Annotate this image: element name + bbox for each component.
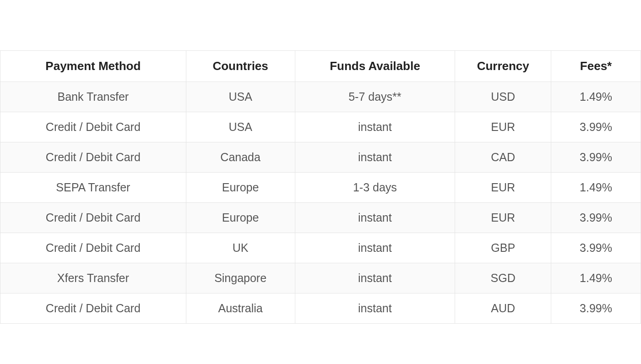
table-row: Credit / Debit Card Europe instant EUR 3…	[0, 203, 641, 233]
table-row: Bank Transfer USA 5-7 days** USD 1.49%	[0, 82, 641, 112]
cell-countries: USA	[186, 82, 295, 112]
cell-payment-method: Credit / Debit Card	[0, 293, 186, 324]
cell-funds-available: instant	[295, 293, 455, 324]
cell-currency: EUR	[455, 112, 551, 142]
cell-countries: UK	[186, 233, 295, 263]
cell-payment-method: Credit / Debit Card	[0, 142, 186, 173]
cell-countries: Australia	[186, 293, 295, 324]
cell-fees: 1.49%	[551, 263, 641, 293]
col-header-countries: Countries	[186, 51, 295, 82]
cell-countries: Canada	[186, 142, 295, 173]
cell-funds-available: instant	[295, 112, 455, 142]
col-header-fees: Fees*	[551, 51, 641, 82]
cell-funds-available: instant	[295, 233, 455, 263]
col-header-payment-method: Payment Method	[0, 51, 186, 82]
cell-currency: EUR	[455, 173, 551, 203]
table-row: Credit / Debit Card Australia instant AU…	[0, 293, 641, 324]
cell-fees: 1.49%	[551, 173, 641, 203]
cell-countries: Europe	[186, 173, 295, 203]
cell-countries: Europe	[186, 203, 295, 233]
cell-currency: EUR	[455, 203, 551, 233]
cell-payment-method: Credit / Debit Card	[0, 112, 186, 142]
cell-currency: USD	[455, 82, 551, 112]
fees-table: Payment Method Countries Funds Available…	[0, 50, 641, 324]
cell-funds-available: instant	[295, 142, 455, 173]
cell-fees: 3.99%	[551, 233, 641, 263]
cell-funds-available: instant	[295, 203, 455, 233]
cell-countries: Singapore	[186, 263, 295, 293]
cell-fees: 3.99%	[551, 142, 641, 173]
table-row: Credit / Debit Card Canada instant CAD 3…	[0, 142, 641, 173]
cell-fees: 3.99%	[551, 112, 641, 142]
cell-funds-available: 1-3 days	[295, 173, 455, 203]
cell-payment-method: Xfers Transfer	[0, 263, 186, 293]
cell-payment-method: Credit / Debit Card	[0, 233, 186, 263]
cell-currency: CAD	[455, 142, 551, 173]
cell-fees: 3.99%	[551, 203, 641, 233]
cell-payment-method: SEPA Transfer	[0, 173, 186, 203]
table-row: Credit / Debit Card USA instant EUR 3.99…	[0, 112, 641, 142]
cell-payment-method: Bank Transfer	[0, 82, 186, 112]
col-header-currency: Currency	[455, 51, 551, 82]
fees-table-wrap: Payment Method Countries Funds Available…	[0, 50, 641, 324]
cell-currency: SGD	[455, 263, 551, 293]
col-header-funds-available: Funds Available	[295, 51, 455, 82]
table-row: Xfers Transfer Singapore instant SGD 1.4…	[0, 263, 641, 293]
table-header-row: Payment Method Countries Funds Available…	[0, 51, 641, 82]
table-row: SEPA Transfer Europe 1-3 days EUR 1.49%	[0, 173, 641, 203]
cell-payment-method: Credit / Debit Card	[0, 203, 186, 233]
cell-fees: 3.99%	[551, 293, 641, 324]
cell-fees: 1.49%	[551, 82, 641, 112]
cell-countries: USA	[186, 112, 295, 142]
table-row: Credit / Debit Card UK instant GBP 3.99%	[0, 233, 641, 263]
cell-currency: AUD	[455, 293, 551, 324]
cell-currency: GBP	[455, 233, 551, 263]
cell-funds-available: 5-7 days**	[295, 82, 455, 112]
cell-funds-available: instant	[295, 263, 455, 293]
